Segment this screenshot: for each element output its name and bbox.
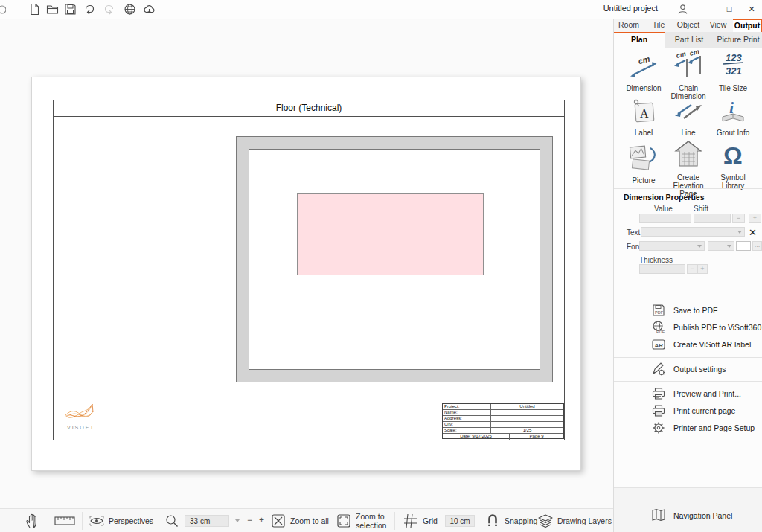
- sub-tab-bar: Plan Part List Picture Print: [614, 32, 762, 48]
- font-size-input[interactable]: [736, 241, 751, 251]
- symbol-library-icon: Ω: [720, 142, 746, 169]
- tiled-area-rect[interactable]: [297, 193, 484, 275]
- shift-input: [694, 214, 731, 223]
- drawing-frame: Floor (Technical) VISOFT: [53, 100, 565, 440]
- shift-label: Shift: [694, 205, 708, 213]
- tool-grout-info[interactable]: i Grout Info: [710, 97, 756, 137]
- output-settings-icon: [651, 362, 666, 376]
- tab-tile[interactable]: Tile: [644, 19, 673, 32]
- table-footer-row: Date: 9/17/2025 Page 9: [443, 434, 563, 440]
- tab-output[interactable]: Output: [733, 19, 762, 32]
- plan-tools-grid: cm Dimension cm cm Chain Dimension: [615, 48, 761, 190]
- zoom-in-button[interactable]: +: [259, 515, 264, 525]
- zoom-dropdown-chevron-icon[interactable]: [235, 519, 240, 522]
- zoom-magnifier-icon[interactable]: [164, 513, 179, 528]
- tool-dimension[interactable]: cm Dimension: [621, 54, 667, 92]
- perspectives-eye-icon[interactable]: [89, 514, 104, 528]
- grid-size-field[interactable]: 10 cm: [445, 515, 475, 527]
- tab-object[interactable]: Object: [673, 19, 703, 32]
- partial-icon[interactable]: [0, 3, 6, 16]
- zoom-to-selection-icon[interactable]: [336, 513, 351, 528]
- new-document-icon[interactable]: [28, 3, 41, 16]
- shift-minus-button: −: [732, 214, 745, 223]
- svg-text:cm: cm: [637, 54, 651, 65]
- panel-bottom-strip: Navigation Panel: [614, 487, 762, 532]
- maximize-button[interactable]: □: [718, 0, 740, 19]
- table-row: Scale: 1/25: [443, 428, 563, 434]
- undo-icon[interactable]: [83, 3, 96, 16]
- thickness-label: Thickness: [639, 256, 673, 264]
- user-account-icon[interactable]: [677, 4, 688, 15]
- tab-view[interactable]: View: [703, 19, 733, 32]
- font-style-chevron-icon: [727, 245, 731, 248]
- perspectives-label[interactable]: Perspectives: [109, 516, 153, 525]
- subtab-part-list[interactable]: Part List: [665, 32, 714, 48]
- redo-icon[interactable]: [103, 3, 115, 16]
- table-row: Address:: [443, 416, 563, 422]
- ruler-icon[interactable]: [54, 516, 75, 526]
- svg-text:cm: cm: [676, 50, 687, 60]
- subtab-picture-print[interactable]: Picture Print: [714, 32, 762, 48]
- title-block-table: Project: Untitled Name: Address: City:: [442, 403, 564, 439]
- plan-page[interactable]: Floor (Technical) VISOFT: [31, 77, 581, 471]
- picture-icon: [628, 142, 659, 172]
- grid-label[interactable]: Grid: [423, 516, 438, 525]
- drawing-layers-icon[interactable]: [537, 513, 554, 528]
- drawing-canvas[interactable]: Floor (Technical) VISOFT: [0, 19, 613, 508]
- grid-icon[interactable]: [403, 513, 418, 528]
- dimension-icon: cm: [629, 54, 659, 80]
- svg-text:PDF: PDF: [656, 330, 665, 334]
- cloud-download-icon[interactable]: [143, 3, 156, 16]
- save-pdf-icon: PDF: [651, 303, 666, 318]
- text-dropdown-chevron-icon: [737, 231, 742, 234]
- tool-create-elevation-page[interactable]: Create Elevation Page: [665, 139, 711, 199]
- visoft-logo: VISOFT: [64, 402, 116, 430]
- tool-picture[interactable]: Picture: [621, 142, 667, 185]
- page-title: Floor (Technical): [54, 100, 564, 117]
- zoom-to-all-icon[interactable]: [271, 513, 286, 528]
- chain-dimension-icon: cm cm: [672, 50, 705, 80]
- text-clear-icon[interactable]: ✕: [749, 228, 757, 237]
- svg-text:321: 321: [726, 65, 742, 77]
- zoom-to-selection-label[interactable]: Zoom to selection: [356, 512, 386, 530]
- line-icon: [672, 97, 705, 124]
- zoom-to-all-label[interactable]: Zoom to all: [290, 516, 329, 525]
- tool-symbol-library[interactable]: Ω Symbol Library: [710, 142, 756, 190]
- minimize-button[interactable]: —: [696, 0, 718, 19]
- svg-text:AR: AR: [655, 342, 664, 349]
- svg-text:Ω: Ω: [723, 142, 743, 169]
- snapping-label[interactable]: Snapping: [505, 516, 537, 525]
- application-window: Untitled project — □ ✕ Room Tile Object …: [0, 0, 762, 532]
- date-cell: Date: 9/17/2025: [443, 434, 510, 440]
- value-label: Value: [654, 205, 673, 213]
- svg-text:A: A: [640, 107, 649, 120]
- font-more-button: ...: [752, 241, 762, 251]
- open-folder-icon[interactable]: [46, 3, 59, 16]
- create-elevation-page-icon: [673, 139, 703, 169]
- drawing-layers-label[interactable]: Drawing Layers: [557, 516, 612, 525]
- svg-text:i: i: [729, 98, 734, 117]
- tool-line[interactable]: Line: [665, 97, 711, 137]
- label-icon: A: [630, 97, 658, 124]
- close-button[interactable]: ✕: [740, 0, 762, 19]
- save-icon[interactable]: [64, 3, 77, 16]
- font-family-chevron-icon: [697, 245, 702, 248]
- right-panel: Room Tile Object View Output Plan Part L…: [613, 19, 762, 532]
- tool-chain-dimension[interactable]: cm cm Chain Dimension: [665, 50, 711, 100]
- tab-room[interactable]: Room: [614, 19, 644, 32]
- page-setup-gear-icon: [651, 420, 666, 435]
- zoom-level-field[interactable]: 33 cm: [185, 515, 229, 527]
- font-family-select: [639, 241, 705, 251]
- zoom-out-button[interactable]: −: [247, 515, 252, 525]
- snapping-magnet-icon[interactable]: [485, 513, 500, 529]
- table-row: Name:: [443, 410, 563, 416]
- tool-label[interactable]: A Label: [621, 97, 667, 137]
- text-input: [641, 227, 745, 237]
- tool-tile-size[interactable]: 123 321 Tile Size: [710, 50, 756, 92]
- subtab-plan[interactable]: Plan: [614, 32, 665, 48]
- pan-hand-icon[interactable]: [25, 513, 41, 529]
- thickness-input: [639, 264, 685, 274]
- table-row: Project: Untitled: [443, 404, 563, 410]
- shift-plus-button: +: [749, 214, 761, 223]
- web-globe-icon[interactable]: [124, 3, 136, 16]
